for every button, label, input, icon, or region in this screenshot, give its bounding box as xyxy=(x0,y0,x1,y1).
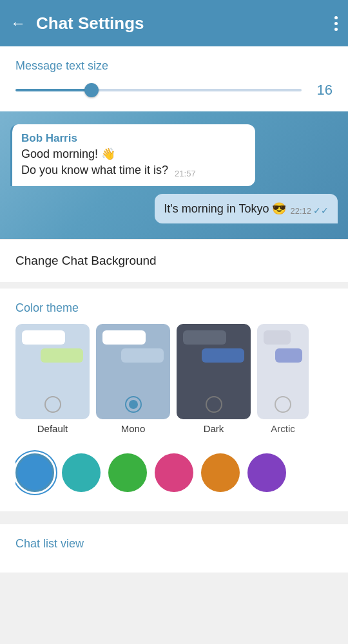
divider-1 xyxy=(0,282,348,289)
theme-arctic-card[interactable] xyxy=(257,324,309,419)
text-size-slider[interactable] xyxy=(15,89,302,91)
msg-sent-text: It's morning in Tokyo 😎 xyxy=(164,202,286,216)
slider-value: 16 xyxy=(309,82,333,99)
theme-default-sent-bubble xyxy=(41,348,84,363)
theme-arctic-wrap: Arctic xyxy=(257,324,309,434)
theme-arctic-label: Arctic xyxy=(271,423,295,434)
dot3 xyxy=(334,28,338,31)
theme-default-label: Default xyxy=(37,423,68,434)
received-message: Bob Harris Good morning! 👋 Do you know w… xyxy=(10,124,255,186)
msg-ticks-icon: ✓✓ xyxy=(313,205,329,216)
back-button[interactable]: ← xyxy=(10,14,26,32)
slider-row: 16 xyxy=(15,82,333,99)
color-teal[interactable] xyxy=(62,453,101,492)
change-background-item[interactable]: Change Chat Background xyxy=(0,239,348,282)
theme-default-radio xyxy=(44,396,61,413)
chat-list-view-section: Chat list view xyxy=(0,524,348,573)
theme-default-card[interactable] xyxy=(15,324,90,419)
theme-mono-wrap: Mono xyxy=(96,324,170,434)
page-title: Chat Settings xyxy=(36,14,334,33)
theme-mono-card[interactable] xyxy=(96,324,170,419)
theme-arctic-sent-bubble xyxy=(275,348,302,363)
color-pink[interactable] xyxy=(155,453,193,492)
theme-dark-wrap: Dark xyxy=(177,324,251,434)
theme-dark-card[interactable] xyxy=(177,324,251,419)
color-theme-section: Color theme Default xyxy=(0,289,348,511)
message-text-size-section: Message text size 16 xyxy=(0,46,348,111)
msg-quote-text: Good morning! 👋 xyxy=(21,146,246,162)
theme-dark-inner xyxy=(177,324,251,419)
msg-sender-name: Bob Harris xyxy=(21,132,246,145)
theme-default-inner xyxy=(15,324,90,419)
msg-sent-time: 22:12 xyxy=(290,206,311,216)
chat-list-view-label: Chat list view xyxy=(15,537,333,551)
chat-preview: Bob Harris Good morning! 👋 Do you know w… xyxy=(0,111,348,239)
theme-default-recv-bubble xyxy=(22,330,65,345)
theme-dark-sent-bubble xyxy=(202,348,245,363)
theme-arctic-recv-bubble xyxy=(264,330,291,345)
color-circles-row xyxy=(15,447,333,505)
app-header: ← Chat Settings xyxy=(0,0,348,46)
theme-grid: Default Mono xyxy=(15,324,333,434)
message-text-size-label: Message text size xyxy=(15,59,333,73)
theme-arctic-radio xyxy=(275,396,291,413)
theme-mono-sent-bubble xyxy=(121,348,164,363)
divider-2 xyxy=(0,511,348,518)
theme-default-wrap: Default xyxy=(15,324,90,434)
sent-message-wrap: It's morning in Tokyo 😎 22:12 ✓✓ xyxy=(10,194,338,223)
sent-message: It's morning in Tokyo 😎 22:12 ✓✓ xyxy=(155,194,338,223)
theme-arctic-inner xyxy=(257,324,309,419)
color-theme-label: Color theme xyxy=(15,301,333,315)
color-purple[interactable] xyxy=(247,453,286,492)
msg-received-text: Do you know what time it is? xyxy=(21,162,168,178)
more-options-button[interactable] xyxy=(334,16,338,31)
sent-meta: 22:12 ✓✓ xyxy=(290,205,329,216)
color-blue[interactable] xyxy=(15,453,54,492)
theme-dark-radio xyxy=(206,396,222,413)
theme-mono-radio xyxy=(125,396,142,413)
theme-dark-label: Dark xyxy=(204,423,224,434)
theme-mono-inner xyxy=(96,324,170,419)
dot1 xyxy=(334,16,338,19)
theme-mono-label: Mono xyxy=(121,423,146,434)
color-green[interactable] xyxy=(108,453,147,492)
theme-mono-recv-bubble xyxy=(102,330,146,345)
theme-dark-recv-bubble xyxy=(183,330,226,345)
slider-container xyxy=(15,84,302,97)
msg-received-time: 21:57 xyxy=(175,169,196,178)
color-orange[interactable] xyxy=(201,453,240,492)
dot2 xyxy=(334,22,338,25)
